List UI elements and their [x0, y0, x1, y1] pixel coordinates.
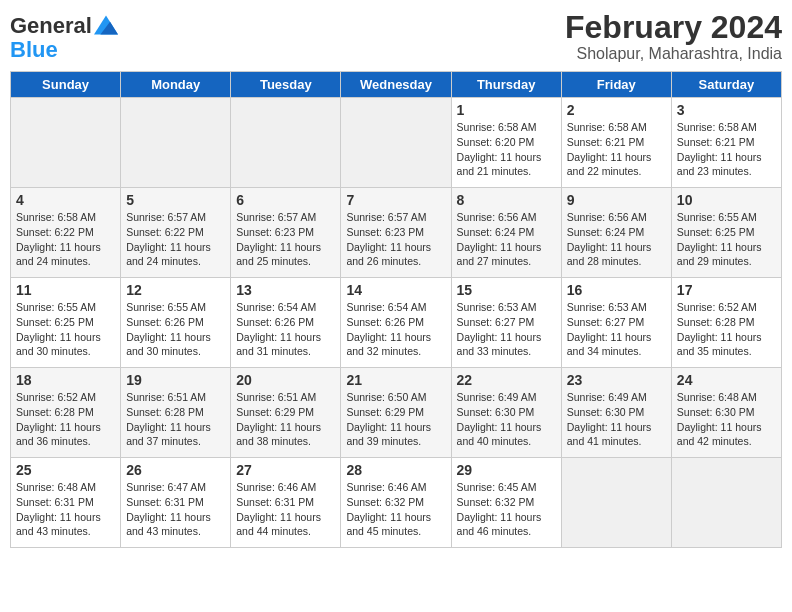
day-number: 4	[16, 192, 115, 208]
day-info: Sunrise: 6:53 AMSunset: 6:27 PMDaylight:…	[457, 300, 556, 359]
month-title: February 2024	[565, 10, 782, 45]
day-info: Sunrise: 6:58 AMSunset: 6:22 PMDaylight:…	[16, 210, 115, 269]
calendar-week-4: 18Sunrise: 6:52 AMSunset: 6:28 PMDayligh…	[11, 368, 782, 458]
calendar-cell: 8Sunrise: 6:56 AMSunset: 6:24 PMDaylight…	[451, 188, 561, 278]
day-info: Sunrise: 6:58 AMSunset: 6:21 PMDaylight:…	[677, 120, 776, 179]
calendar-cell: 2Sunrise: 6:58 AMSunset: 6:21 PMDaylight…	[561, 98, 671, 188]
header: General Blue February 2024 Sholapur, Mah…	[10, 10, 782, 63]
day-info: Sunrise: 6:50 AMSunset: 6:29 PMDaylight:…	[346, 390, 445, 449]
day-number: 29	[457, 462, 556, 478]
calendar-cell	[231, 98, 341, 188]
day-info: Sunrise: 6:49 AMSunset: 6:30 PMDaylight:…	[457, 390, 556, 449]
day-info: Sunrise: 6:55 AMSunset: 6:26 PMDaylight:…	[126, 300, 225, 359]
calendar-cell: 13Sunrise: 6:54 AMSunset: 6:26 PMDayligh…	[231, 278, 341, 368]
calendar-cell: 11Sunrise: 6:55 AMSunset: 6:25 PMDayligh…	[11, 278, 121, 368]
day-number: 14	[346, 282, 445, 298]
day-number: 24	[677, 372, 776, 388]
day-info: Sunrise: 6:55 AMSunset: 6:25 PMDaylight:…	[677, 210, 776, 269]
calendar-cell: 29Sunrise: 6:45 AMSunset: 6:32 PMDayligh…	[451, 458, 561, 548]
day-info: Sunrise: 6:51 AMSunset: 6:28 PMDaylight:…	[126, 390, 225, 449]
day-number: 1	[457, 102, 556, 118]
day-info: Sunrise: 6:49 AMSunset: 6:30 PMDaylight:…	[567, 390, 666, 449]
day-header-monday: Monday	[121, 72, 231, 98]
calendar-week-1: 1Sunrise: 6:58 AMSunset: 6:20 PMDaylight…	[11, 98, 782, 188]
day-number: 18	[16, 372, 115, 388]
day-info: Sunrise: 6:48 AMSunset: 6:31 PMDaylight:…	[16, 480, 115, 539]
day-number: 28	[346, 462, 445, 478]
day-info: Sunrise: 6:57 AMSunset: 6:22 PMDaylight:…	[126, 210, 225, 269]
day-number: 20	[236, 372, 335, 388]
calendar-cell: 1Sunrise: 6:58 AMSunset: 6:20 PMDaylight…	[451, 98, 561, 188]
calendar-cell: 17Sunrise: 6:52 AMSunset: 6:28 PMDayligh…	[671, 278, 781, 368]
day-info: Sunrise: 6:56 AMSunset: 6:24 PMDaylight:…	[457, 210, 556, 269]
day-number: 7	[346, 192, 445, 208]
day-number: 15	[457, 282, 556, 298]
calendar: SundayMondayTuesdayWednesdayThursdayFrid…	[10, 71, 782, 548]
calendar-cell: 9Sunrise: 6:56 AMSunset: 6:24 PMDaylight…	[561, 188, 671, 278]
day-info: Sunrise: 6:57 AMSunset: 6:23 PMDaylight:…	[346, 210, 445, 269]
calendar-cell: 25Sunrise: 6:48 AMSunset: 6:31 PMDayligh…	[11, 458, 121, 548]
day-number: 22	[457, 372, 556, 388]
day-number: 27	[236, 462, 335, 478]
calendar-cell: 14Sunrise: 6:54 AMSunset: 6:26 PMDayligh…	[341, 278, 451, 368]
day-info: Sunrise: 6:46 AMSunset: 6:31 PMDaylight:…	[236, 480, 335, 539]
day-info: Sunrise: 6:47 AMSunset: 6:31 PMDaylight:…	[126, 480, 225, 539]
day-number: 8	[457, 192, 556, 208]
calendar-cell: 10Sunrise: 6:55 AMSunset: 6:25 PMDayligh…	[671, 188, 781, 278]
day-info: Sunrise: 6:57 AMSunset: 6:23 PMDaylight:…	[236, 210, 335, 269]
calendar-cell: 27Sunrise: 6:46 AMSunset: 6:31 PMDayligh…	[231, 458, 341, 548]
day-info: Sunrise: 6:58 AMSunset: 6:20 PMDaylight:…	[457, 120, 556, 179]
calendar-cell: 20Sunrise: 6:51 AMSunset: 6:29 PMDayligh…	[231, 368, 341, 458]
day-number: 12	[126, 282, 225, 298]
calendar-cell: 15Sunrise: 6:53 AMSunset: 6:27 PMDayligh…	[451, 278, 561, 368]
day-header-friday: Friday	[561, 72, 671, 98]
calendar-header-row: SundayMondayTuesdayWednesdayThursdayFrid…	[11, 72, 782, 98]
day-number: 6	[236, 192, 335, 208]
day-number: 25	[16, 462, 115, 478]
day-info: Sunrise: 6:58 AMSunset: 6:21 PMDaylight:…	[567, 120, 666, 179]
day-header-saturday: Saturday	[671, 72, 781, 98]
calendar-week-5: 25Sunrise: 6:48 AMSunset: 6:31 PMDayligh…	[11, 458, 782, 548]
day-info: Sunrise: 6:48 AMSunset: 6:30 PMDaylight:…	[677, 390, 776, 449]
calendar-cell: 7Sunrise: 6:57 AMSunset: 6:23 PMDaylight…	[341, 188, 451, 278]
calendar-body: 1Sunrise: 6:58 AMSunset: 6:20 PMDaylight…	[11, 98, 782, 548]
day-header-thursday: Thursday	[451, 72, 561, 98]
day-number: 17	[677, 282, 776, 298]
day-number: 2	[567, 102, 666, 118]
calendar-cell: 16Sunrise: 6:53 AMSunset: 6:27 PMDayligh…	[561, 278, 671, 368]
day-number: 16	[567, 282, 666, 298]
day-info: Sunrise: 6:45 AMSunset: 6:32 PMDaylight:…	[457, 480, 556, 539]
calendar-cell: 18Sunrise: 6:52 AMSunset: 6:28 PMDayligh…	[11, 368, 121, 458]
calendar-cell: 3Sunrise: 6:58 AMSunset: 6:21 PMDaylight…	[671, 98, 781, 188]
logo-icon	[94, 15, 118, 35]
day-number: 26	[126, 462, 225, 478]
day-info: Sunrise: 6:56 AMSunset: 6:24 PMDaylight:…	[567, 210, 666, 269]
day-info: Sunrise: 6:46 AMSunset: 6:32 PMDaylight:…	[346, 480, 445, 539]
day-number: 23	[567, 372, 666, 388]
day-header-sunday: Sunday	[11, 72, 121, 98]
day-info: Sunrise: 6:52 AMSunset: 6:28 PMDaylight:…	[16, 390, 115, 449]
day-info: Sunrise: 6:55 AMSunset: 6:25 PMDaylight:…	[16, 300, 115, 359]
calendar-cell	[121, 98, 231, 188]
calendar-week-3: 11Sunrise: 6:55 AMSunset: 6:25 PMDayligh…	[11, 278, 782, 368]
day-number: 9	[567, 192, 666, 208]
calendar-cell: 4Sunrise: 6:58 AMSunset: 6:22 PMDaylight…	[11, 188, 121, 278]
day-info: Sunrise: 6:52 AMSunset: 6:28 PMDaylight:…	[677, 300, 776, 359]
calendar-cell	[341, 98, 451, 188]
day-number: 21	[346, 372, 445, 388]
day-number: 19	[126, 372, 225, 388]
calendar-cell: 22Sunrise: 6:49 AMSunset: 6:30 PMDayligh…	[451, 368, 561, 458]
location-title: Sholapur, Maharashtra, India	[565, 45, 782, 63]
logo-blue-text: Blue	[10, 38, 58, 62]
day-number: 13	[236, 282, 335, 298]
calendar-cell: 12Sunrise: 6:55 AMSunset: 6:26 PMDayligh…	[121, 278, 231, 368]
calendar-cell: 28Sunrise: 6:46 AMSunset: 6:32 PMDayligh…	[341, 458, 451, 548]
calendar-cell: 6Sunrise: 6:57 AMSunset: 6:23 PMDaylight…	[231, 188, 341, 278]
calendar-cell	[561, 458, 671, 548]
day-header-tuesday: Tuesday	[231, 72, 341, 98]
calendar-cell	[671, 458, 781, 548]
logo: General Blue	[10, 14, 118, 62]
calendar-cell: 26Sunrise: 6:47 AMSunset: 6:31 PMDayligh…	[121, 458, 231, 548]
day-info: Sunrise: 6:53 AMSunset: 6:27 PMDaylight:…	[567, 300, 666, 359]
day-number: 10	[677, 192, 776, 208]
